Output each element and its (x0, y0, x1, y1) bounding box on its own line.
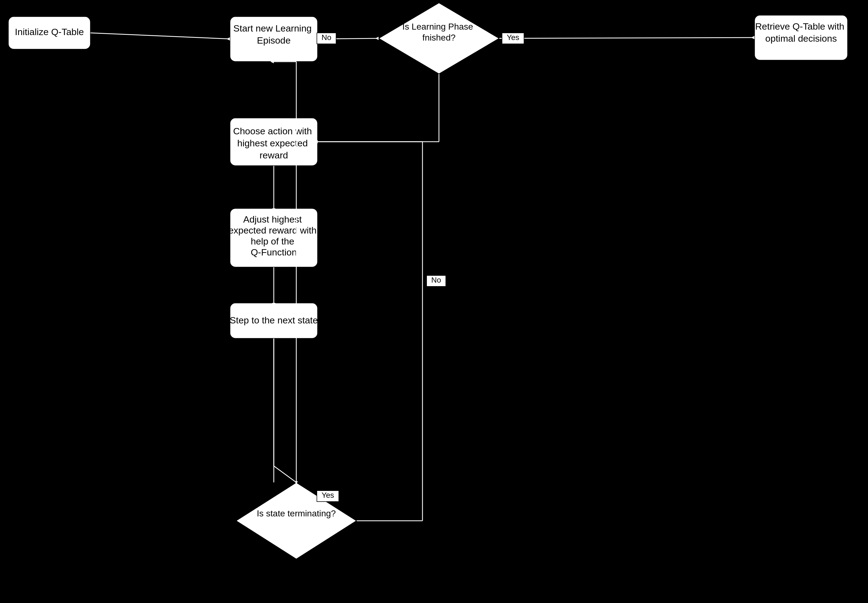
main-svg: Initialize Q-Table Start new Learning Ep… (0, 0, 868, 603)
arrowhead-diamond1-retrieve (751, 36, 755, 39)
initialize-text: Initialize Q-Table (15, 26, 84, 37)
no1-text: No (321, 33, 332, 42)
arrow-step-diag (274, 466, 296, 482)
yes1-text: Yes (507, 33, 519, 42)
no2-text: No (431, 276, 441, 284)
arrow-diamond1-retrieve (499, 37, 755, 39)
state-terminating-text: Is state terminating? (257, 509, 336, 518)
yes2-text: Yes (321, 491, 334, 499)
arrow-init-start (90, 33, 230, 39)
arrowhead-start-diamond1 (375, 37, 378, 40)
step-text: Step to the next state (229, 315, 318, 325)
arrowhead-init-start (226, 37, 230, 40)
